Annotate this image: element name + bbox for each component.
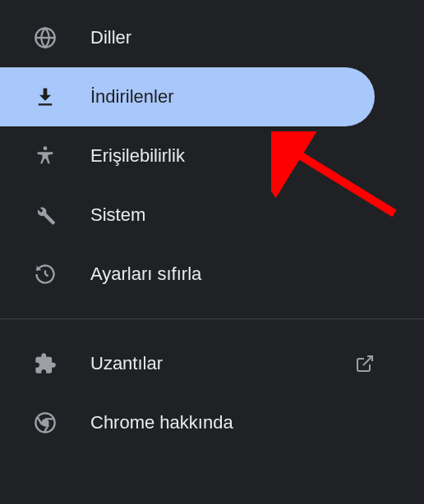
sidebar-item-label: Ayarları sıfırla	[90, 263, 375, 285]
svg-line-10	[38, 417, 42, 424]
sidebar-item-extensions[interactable]: Uzantılar	[0, 334, 375, 393]
sidebar-item-accessibility[interactable]: Erişilebilirlik	[0, 126, 375, 186]
sidebar-item-label: Chrome hakkında	[90, 412, 375, 433]
divider	[0, 318, 424, 319]
svg-line-6	[363, 356, 372, 365]
accessibility-icon	[33, 144, 58, 168]
sidebar-item-system[interactable]: Sistem	[0, 186, 375, 245]
reset-icon	[33, 262, 58, 286]
wrench-icon	[33, 203, 58, 227]
sidebar-item-label: İndirilenler	[90, 86, 375, 108]
globe-icon	[33, 25, 58, 50]
sidebar-item-languages[interactable]: Diller	[0, 8, 375, 67]
sidebar-item-label: Uzantılar	[90, 353, 340, 374]
sidebar-item-label: Erişilebilirlik	[90, 145, 375, 167]
sidebar-item-label: Diller	[90, 27, 375, 48]
svg-rect-2	[39, 103, 52, 105]
sidebar-item-about-chrome[interactable]: Chrome hakkında	[0, 393, 375, 452]
svg-point-3	[44, 146, 48, 150]
external-link-icon	[355, 354, 375, 373]
sidebar-item-label: Sistem	[90, 204, 375, 226]
sidebar-item-reset[interactable]: Ayarları sıfırla	[0, 245, 375, 304]
settings-sidebar: Diller İndirilenler Erişilebilirlik Sist…	[0, 0, 424, 452]
svg-line-5	[45, 274, 48, 276]
download-icon	[33, 85, 58, 109]
chrome-icon	[33, 410, 58, 435]
extension-icon	[33, 351, 58, 376]
sidebar-item-downloads[interactable]: İndirilenler	[0, 67, 375, 126]
